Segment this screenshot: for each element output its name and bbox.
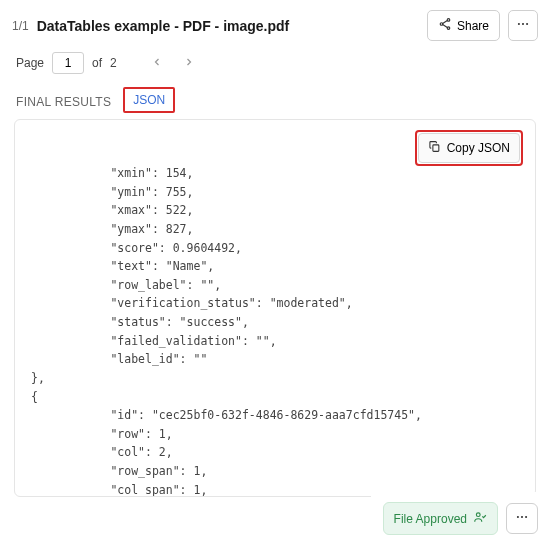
share-button[interactable]: Share [427,10,500,41]
svg-point-0 [447,19,450,22]
chevron-left-icon [151,56,163,71]
svg-point-10 [517,516,519,518]
svg-point-1 [440,23,443,26]
more-icon [516,17,530,34]
copy-json-button[interactable]: Copy JSON [418,133,520,163]
user-check-icon [473,510,487,527]
file-approved-label: File Approved [394,512,467,526]
page-counter: 1/1 [12,19,29,33]
more-icon [514,512,530,527]
svg-point-11 [521,516,523,518]
svg-point-5 [518,23,520,25]
total-pages: 2 [110,56,117,70]
svg-point-6 [522,23,524,25]
tabs: FINAL RESULTS JSON [0,87,550,119]
page-label: Page [16,56,44,70]
share-icon [438,17,452,34]
page-title: DataTables example - PDF - image.pdf [37,18,419,34]
more-button[interactable] [508,10,538,41]
footer: File Approved [371,492,550,545]
page-input[interactable] [52,52,84,74]
file-approved-button[interactable]: File Approved [383,502,498,535]
svg-point-2 [447,27,450,30]
svg-line-3 [443,21,448,24]
tab-json[interactable]: JSON [123,87,175,113]
svg-rect-8 [433,145,439,152]
svg-point-12 [525,516,527,518]
svg-line-4 [443,25,448,28]
of-label: of [92,56,102,70]
copy-icon [428,140,441,156]
copy-json-highlight: Copy JSON [415,130,523,166]
next-page-button[interactable] [177,51,201,75]
svg-point-9 [476,513,480,517]
prev-page-button[interactable] [145,51,169,75]
footer-more-button[interactable] [506,503,538,534]
json-panel: Copy JSON "xmin": 154, "ymin": 755, "xma… [14,119,536,497]
chevron-right-icon [183,56,195,71]
header: 1/1 DataTables example - PDF - image.pdf… [0,0,550,49]
json-code-block[interactable]: "xmin": 154, "ymin": 755, "xmax": 522, "… [15,120,535,497]
share-label: Share [457,19,489,33]
svg-point-7 [526,23,528,25]
copy-json-label: Copy JSON [447,141,510,155]
pagination-bar: Page of 2 [0,49,550,87]
tab-final-results[interactable]: FINAL RESULTS [16,95,111,113]
